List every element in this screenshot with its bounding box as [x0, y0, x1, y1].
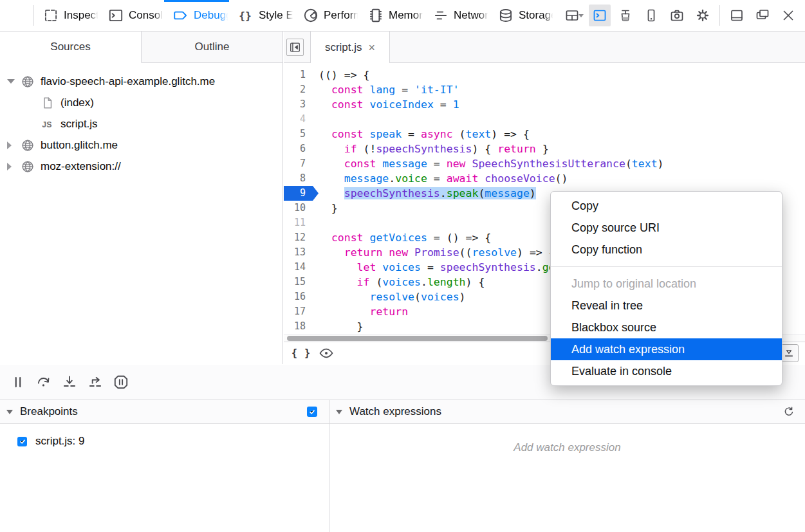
- screenshot-button[interactable]: [666, 5, 688, 26]
- line-number[interactable]: 6: [284, 142, 313, 156]
- menu-item-blackbox-source[interactable]: Blackbox source: [551, 316, 782, 338]
- line-number[interactable]: 12: [284, 230, 313, 245]
- settings-button[interactable]: [692, 5, 714, 26]
- node-picker-button[interactable]: [0, 0, 33, 31]
- watch-expressions-header[interactable]: Watch expressions: [329, 400, 805, 424]
- collapse-sources-pane-button[interactable]: [286, 39, 304, 56]
- refresh-icon[interactable]: [781, 403, 797, 420]
- separate-window-button[interactable]: [752, 5, 773, 26]
- dock-bottom-button[interactable]: [726, 5, 748, 26]
- debugger-panels: Breakpoints script.js: 9 Watch expressio…: [0, 400, 805, 532]
- step-out-button[interactable]: [82, 369, 108, 395]
- code-line: 5 const speak = async (text) => {: [284, 127, 805, 142]
- caret-down-icon: [578, 14, 584, 17]
- tree-item[interactable]: JSscript.js: [0, 113, 282, 134]
- tab-style-editor[interactable]: {}Style Editor: [229, 0, 294, 31]
- line-number[interactable]: 13: [284, 245, 313, 260]
- tree-item[interactable]: moz-extension://: [0, 156, 282, 177]
- close-tab-icon[interactable]: ×: [369, 42, 376, 53]
- line-number[interactable]: 16: [284, 289, 313, 304]
- horizontal-scrollbar-thumb[interactable]: [287, 336, 548, 341]
- collapse-arrow-icon[interactable]: [6, 410, 13, 414]
- tree-item-label: (index): [60, 96, 94, 109]
- responsive-design-button[interactable]: [640, 5, 662, 26]
- preview-eye-button[interactable]: [319, 345, 334, 361]
- menu-item-copy-function[interactable]: Copy function: [551, 239, 782, 261]
- sidebar-tab-sources[interactable]: Sources: [0, 32, 142, 63]
- tab-storage[interactable]: Storage: [489, 0, 554, 31]
- line-number[interactable]: 18: [284, 319, 313, 334]
- line-number[interactable]: 7: [284, 156, 313, 171]
- breakpoint-line-marker[interactable]: 9: [284, 186, 319, 201]
- twisty-collapsed-icon[interactable]: [7, 163, 15, 170]
- line-number[interactable]: 4: [284, 112, 313, 127]
- tab-network[interactable]: Network: [424, 0, 489, 31]
- split-console-icon: [592, 8, 607, 23]
- line-number[interactable]: 11: [284, 216, 313, 230]
- tab-memory[interactable]: Memory: [359, 0, 424, 31]
- code-line-text: if (voices.length) {: [319, 275, 485, 289]
- editor-tab-scriptjs[interactable]: script.js ×: [310, 32, 390, 63]
- breakpoint-checkbox[interactable]: [17, 437, 27, 446]
- line-number[interactable]: 15: [284, 275, 313, 289]
- collapse-panel-bottom-icon: [782, 347, 795, 360]
- line-number[interactable]: 14: [284, 260, 313, 275]
- line-number[interactable]: 8: [284, 171, 313, 186]
- devtools-toolbar: InspectorConsoleDebugger{}Style EditorPe…: [0, 0, 805, 32]
- storage-icon: [497, 7, 514, 24]
- code-line: 2 const lang = 'it-IT': [284, 82, 805, 97]
- step-in-button[interactable]: [57, 369, 82, 395]
- collapse-arrow-icon[interactable]: [336, 410, 342, 414]
- sources-sidebar: SourcesOutline flavio-speech-api-example…: [0, 32, 283, 364]
- pause-on-exceptions-button[interactable]: [108, 369, 134, 395]
- breakpoint-item[interactable]: script.js: 9: [0, 429, 329, 454]
- tab-debugger[interactable]: Debugger: [164, 0, 229, 31]
- menu-item-evaluate-in-console[interactable]: Evaluate in console: [551, 360, 782, 382]
- line-number[interactable]: 10: [284, 201, 313, 216]
- code-line-text: }: [319, 319, 364, 334]
- tab-performance[interactable]: Performance: [294, 0, 359, 31]
- tree-item[interactable]: (index): [0, 92, 282, 113]
- menu-item-copy[interactable]: Copy: [551, 195, 782, 217]
- menu-item-add-watch-expression[interactable]: Add watch expression: [551, 338, 782, 360]
- step-over-button[interactable]: [31, 369, 57, 395]
- svg-text:JS: JS: [42, 120, 51, 129]
- line-number[interactable]: 5: [284, 127, 313, 142]
- dock-side-options-button[interactable]: [563, 5, 585, 26]
- breakpoint-label: script.js: 9: [35, 435, 85, 448]
- twisty-expanded-icon[interactable]: [7, 79, 15, 84]
- editor-tab-label: script.js: [325, 41, 362, 54]
- line-number[interactable]: 17: [284, 304, 313, 319]
- twisty-collapsed-icon[interactable]: [7, 142, 15, 149]
- breakpoints-header[interactable]: Breakpoints: [0, 400, 329, 424]
- code-line: 8 message.voice = await chooseVoice(): [284, 171, 805, 186]
- split-console-button[interactable]: [589, 5, 611, 26]
- line-number[interactable]: 3: [284, 97, 313, 112]
- breakpoints-pane: Breakpoints script.js: 9: [0, 400, 329, 532]
- close-button[interactable]: [777, 5, 799, 26]
- responsive-design-icon: [643, 8, 659, 23]
- globe-icon: [21, 75, 35, 89]
- line-number[interactable]: 2: [284, 82, 313, 97]
- paint-bucket-button[interactable]: [615, 5, 636, 26]
- tree-item[interactable]: button.glitch.me: [0, 134, 282, 156]
- collapse-panel-left-icon: [289, 41, 301, 53]
- pause-button[interactable]: [5, 369, 31, 395]
- breakpoints-title: Breakpoints: [20, 405, 78, 418]
- menu-separator: [551, 266, 782, 267]
- code-line-text: const speak = async (text) => {: [319, 127, 530, 142]
- inspector-icon: [42, 7, 59, 24]
- tab-console[interactable]: Console: [99, 0, 164, 31]
- tab-inspector[interactable]: Inspector: [34, 0, 99, 31]
- pretty-print-button[interactable]: { }: [291, 347, 311, 359]
- tree-item[interactable]: flavio-speech-api-example.glitch.me: [0, 71, 282, 92]
- breakpoints-toggle-all-checkbox[interactable]: [307, 407, 317, 417]
- menu-item-copy-source-uri[interactable]: Copy source URI: [551, 217, 782, 239]
- menu-item-reveal-in-tree[interactable]: Reveal in tree: [551, 295, 782, 316]
- add-watch-expression-placeholder[interactable]: Add watch expression: [329, 441, 805, 454]
- line-number[interactable]: 1: [284, 68, 313, 82]
- step-over-icon: [35, 374, 52, 390]
- selected-code: speechSynthesis.speak(message): [344, 187, 536, 199]
- code-line: 4: [284, 112, 805, 127]
- sidebar-tab-outline[interactable]: Outline: [142, 32, 282, 62]
